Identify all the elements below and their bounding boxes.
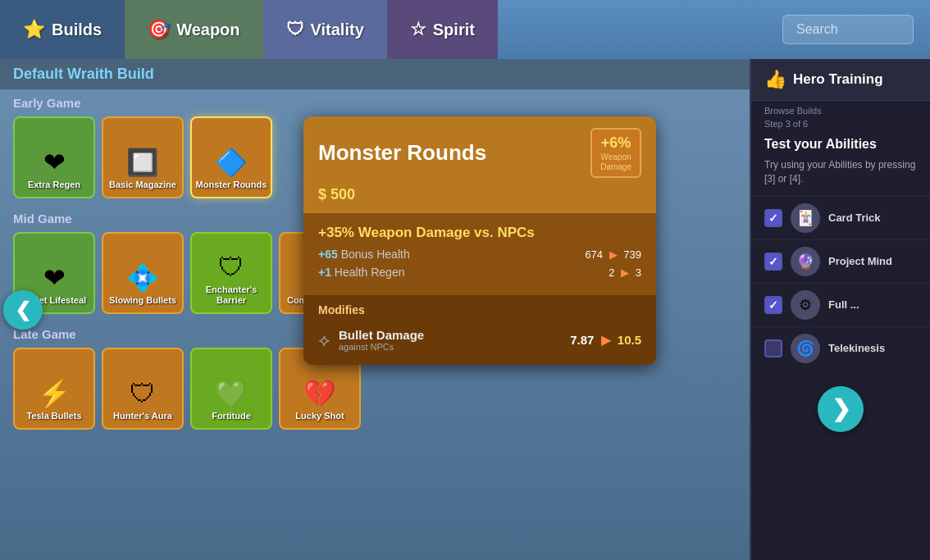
ability-row-project-mind: 🔮 Project Mind — [751, 239, 930, 283]
tab-spirit-label: Spirit — [433, 20, 475, 39]
item-label: Slowing Bullets — [109, 295, 176, 306]
telekinesis-icon: 🌀 — [791, 334, 820, 363]
slow-icon: 💠 — [126, 262, 159, 294]
main-stat-text: Weapon Damage vs. NPCs — [358, 225, 535, 240]
item-label: Enchanter's Barrier — [192, 285, 271, 306]
badge-label1: Weapon — [600, 153, 631, 162]
tooltip-body: +35% Weapon Damage vs. NPCs +65 Bonus He… — [303, 213, 656, 295]
item-label: Hunter's Aura — [113, 411, 172, 421]
star-outline-icon: ☆ — [410, 19, 426, 40]
shield-icon: 🛡 — [286, 19, 304, 40]
chevron-right-icon: ❯ — [832, 395, 850, 422]
ability-name-full: Full ... — [828, 298, 917, 311]
lifesteal-icon: ❤ — [43, 262, 66, 294]
tooltip-price: $ 500 — [303, 186, 656, 213]
checkbox-card-trick[interactable] — [764, 209, 782, 227]
ability-row-card-trick: 🃏 Card Trick — [751, 196, 930, 239]
tooltip-badge: +6% Weapon Damage — [590, 128, 641, 178]
ability-row-full: ⚙ Full ... — [751, 283, 930, 326]
item-monster-rounds[interactable]: 🔷 Monster Rounds — [190, 116, 272, 198]
barrier-icon: 🛡 — [218, 253, 244, 283]
item-tesla-bullets[interactable]: ⚡ Tesla Bullets — [13, 348, 95, 430]
item-enchanters-barrier[interactable]: 🛡 Enchanter's Barrier — [190, 232, 272, 314]
tab-spirit[interactable]: ☆ Spirit — [387, 0, 498, 59]
modifies-label: Modifies — [318, 303, 641, 316]
left-panel: Default Wraith Build Early Game ❤ Extra … — [0, 59, 750, 560]
ability-name-card-trick: Card Trick — [828, 212, 917, 224]
stat-row-regen: +1 Health Regen 2 ▶ 3 — [318, 266, 641, 279]
tesla-icon: ⚡ — [38, 378, 71, 409]
thumbsup-icon: 👍 — [764, 69, 786, 90]
item-label: Monster Rounds — [196, 180, 267, 190]
prev-arrow[interactable]: ❮ — [3, 290, 43, 330]
next-button[interactable]: ❯ — [818, 386, 864, 432]
checkbox-project-mind[interactable] — [764, 253, 782, 271]
magazine-icon: 🔲 — [126, 147, 159, 178]
modifies-name: Bullet Damage — [339, 328, 570, 342]
rounds-icon: 🔷 — [215, 147, 248, 178]
item-label: Fortitude — [212, 411, 251, 421]
browse-builds-label: Browse Builds — [751, 101, 930, 117]
item-label: Tesla Bullets — [26, 411, 81, 421]
badge-label2: Damage — [600, 163, 631, 171]
lucky-icon: 💔 — [303, 378, 336, 409]
item-fortitude[interactable]: 💚 Fortitude — [190, 348, 272, 430]
item-label: Lucky Shot — [295, 411, 344, 421]
step-label: Step 3 of 6 — [751, 117, 930, 134]
modifies-info: Bullet Damage against NPCs — [339, 328, 570, 352]
stat-value-regen: 2 ▶ 3 — [609, 266, 641, 279]
main-stat-highlight: +35% — [318, 225, 354, 240]
checkbox-full[interactable] — [764, 296, 782, 314]
project-mind-icon: 🔮 — [791, 247, 820, 276]
stat-row-health: +65 Bonus Health 674 ▶ 739 — [318, 248, 641, 261]
ability-name-telekinesis: Telekinesis — [828, 342, 917, 354]
target-icon: 🎯 — [148, 19, 170, 40]
card-trick-icon: 🃏 — [791, 203, 820, 233]
search-area — [766, 0, 930, 59]
test-abilities-title: Test your Abilities — [751, 134, 930, 158]
item-hunters-aura[interactable]: 🛡 Hunter's Aura — [102, 348, 184, 430]
item-label: Extra Regen — [28, 180, 80, 190]
modifies-sub: against NPCs — [339, 342, 570, 352]
tab-weapon[interactable]: 🎯 Weapon — [125, 0, 262, 59]
item-label: Basic Magazine — [109, 180, 176, 190]
tooltip-popup: Monster Rounds +6% Weapon Damage $ 500 +… — [303, 116, 656, 365]
modifies-section: Modifies ⟡ Bullet Damage against NPCs 7.… — [303, 295, 656, 365]
stat-label-health: +65 Bonus Health — [318, 248, 410, 261]
tooltip-header: Monster Rounds +6% Weapon Damage — [303, 116, 656, 186]
heart-icon: ❤ — [43, 147, 66, 178]
right-panel: 👍 Hero Training Browse Builds Step 3 of … — [750, 59, 930, 560]
tab-vitality-label: Vitality — [311, 20, 364, 39]
badge-pct: +6% — [600, 134, 631, 152]
build-title: Default Wraith Build — [0, 59, 750, 89]
tab-weapon-label: Weapon — [176, 20, 239, 39]
tooltip-main-stat: +35% Weapon Damage vs. NPCs — [318, 225, 641, 241]
modifies-value: 7.87 ▶ 10.5 — [570, 333, 641, 348]
item-slowing-bullets[interactable]: 💠 Slowing Bullets — [102, 232, 184, 314]
full-icon: ⚙ — [791, 290, 820, 320]
stat-value-health: 674 ▶ 739 — [585, 248, 641, 261]
top-nav: ⭐ Builds 🎯 Weapon 🛡 Vitality ☆ Spirit — [0, 0, 930, 59]
item-basic-magazine[interactable]: 🔲 Basic Magazine — [102, 116, 184, 198]
tab-vitality[interactable]: 🛡 Vitality — [263, 0, 387, 59]
arrow-icon: ▶ — [601, 333, 614, 347]
ability-name-project-mind: Project Mind — [828, 255, 917, 267]
modifies-from: 7.87 — [570, 333, 594, 347]
star-icon: ⭐ — [23, 19, 45, 40]
item-extra-regen[interactable]: ❤ Extra Regen — [13, 116, 95, 198]
hero-training-header: 👍 Hero Training — [751, 59, 930, 101]
checkbox-telekinesis[interactable] — [764, 339, 782, 357]
hero-training-title: Hero Training — [793, 71, 883, 88]
test-abilities-desc: Try using your Abilities by pressing [3]… — [751, 158, 930, 196]
stat-label-regen: +1 Health Regen — [318, 266, 404, 279]
main-content: Default Wraith Build Early Game ❤ Extra … — [0, 59, 930, 560]
search-input[interactable] — [782, 15, 914, 44]
modifies-to: 10.5 — [618, 333, 641, 347]
early-game-label: Early Game — [0, 89, 750, 113]
tab-builds[interactable]: ⭐ Builds — [0, 0, 125, 59]
aura-icon: 🛡 — [130, 379, 156, 409]
ability-row-telekinesis: 🌀 Telekinesis — [751, 326, 930, 370]
bullet-damage-icon: ⟡ — [318, 330, 331, 351]
tooltip-title: Monster Rounds — [318, 140, 486, 166]
modifies-row: ⟡ Bullet Damage against NPCs 7.87 ▶ 10.5 — [318, 323, 641, 357]
